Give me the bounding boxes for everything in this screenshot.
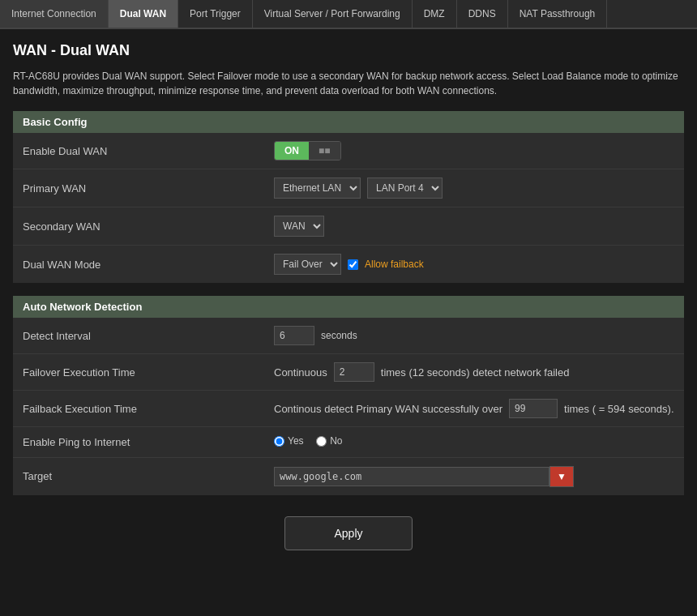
allow-failback-label: Allow failback [365,259,424,270]
dual-wan-mode-row: Dual WAN Mode Fail Over Allow failback [13,246,684,284]
tab-bar: Internet Connection Dual WAN Port Trigge… [0,0,697,29]
failover-times-input[interactable] [334,362,374,382]
failover-exec-value: Continuous times (12 seconds) detect net… [264,354,684,391]
apply-section: Apply [13,508,684,567]
target-row: Target ▼ [13,457,684,495]
tab-nat-passthrough[interactable]: NAT Passthrough [508,0,608,28]
allow-failback-checkbox[interactable] [348,259,358,270]
failback-exec-value: Continous detect Primary WAN successfull… [264,391,684,427]
failover-desc: times (12 seconds) detect network failed [381,366,570,379]
detect-interval-input[interactable] [274,326,314,345]
secondary-wan-select[interactable]: WAN [274,216,324,237]
dual-wan-toggle[interactable]: ON ■■ [274,141,341,160]
failback-value-input[interactable] [509,399,558,418]
failback-exec-label: Failback Execution Time [13,391,264,427]
failback-exec-row: Failback Execution Time Continous detect… [13,391,684,427]
apply-button[interactable]: Apply [284,516,412,550]
ping-yes-option[interactable]: Yes [274,435,304,447]
ping-internet-row: Enable Ping to Internet Yes No [13,427,684,458]
primary-wan-type-select[interactable]: Ethernet LAN [274,178,361,199]
failover-continuous-label: Continuous [274,366,327,379]
toggle-on-label: ON [275,142,309,160]
ping-yes-radio[interactable] [274,436,284,447]
dual-wan-mode-label: Dual WAN Mode [13,246,264,284]
basic-config-table: Enable Dual WAN ON ■■ Primary WAN Ethern… [13,133,684,283]
main-content: WAN - Dual WAN RT-AC68U provides Dual WA… [0,29,697,580]
tab-dmz[interactable]: DMZ [413,0,457,28]
primary-wan-value: Ethernet LAN LAN Port 4 [264,169,684,207]
detect-interval-unit: seconds [321,330,357,341]
enable-dual-wan-label: Enable Dual WAN [13,133,264,169]
tab-port-trigger[interactable]: Port Trigger [178,0,253,28]
primary-wan-port-select[interactable]: LAN Port 4 [367,178,443,199]
target-dropdown-button[interactable]: ▼ [549,466,574,487]
ping-yes-label: Yes [288,435,304,447]
target-value: ▼ [264,457,684,495]
secondary-wan-value: WAN [264,207,684,246]
failback-desc-prefix: Continous detect Primary WAN successfull… [274,403,502,415]
basic-config-header: Basic Config [13,111,684,133]
auto-detection-table: Detect Interval seconds Failover Executi… [13,318,684,495]
secondary-wan-row: Secondary WAN WAN [13,207,684,246]
page-description: RT-AC68U provides Dual WAN support. Sele… [13,69,684,98]
toggle-off-label: ■■ [309,142,340,160]
primary-wan-label: Primary WAN [13,169,264,207]
detect-interval-row: Detect Interval seconds [13,318,684,354]
page-title: WAN - Dual WAN [13,42,684,59]
ping-internet-label: Enable Ping to Internet [13,427,264,458]
enable-dual-wan-value: ON ■■ [264,133,684,169]
target-label: Target [13,457,264,495]
dual-wan-mode-value: Fail Over Allow failback [264,246,684,284]
target-input[interactable] [274,467,549,486]
detect-interval-value: seconds [264,318,684,354]
ping-no-radio[interactable] [316,436,327,447]
secondary-wan-label: Secondary WAN [13,207,264,246]
dual-wan-mode-select[interactable]: Fail Over [274,254,341,275]
enable-dual-wan-row: Enable Dual WAN ON ■■ [13,133,684,169]
ping-internet-value: Yes No [264,427,684,458]
target-input-row: ▼ [274,466,674,487]
failover-exec-label: Failover Execution Time [13,354,264,391]
failover-exec-row: Failover Execution Time Continuous times… [13,354,684,391]
ping-no-option[interactable]: No [316,435,342,447]
tab-virtual-server[interactable]: Virtual Server / Port Forwarding [253,0,413,28]
ping-no-label: No [330,435,342,447]
auto-detection-header: Auto Network Detection [13,296,684,318]
detect-interval-label: Detect Interval [13,318,264,354]
failback-desc-suffix: times ( = 594 seconds). [564,403,673,415]
tab-ddns[interactable]: DDNS [457,0,508,28]
tab-dual-wan[interactable]: Dual WAN [109,0,178,28]
primary-wan-row: Primary WAN Ethernet LAN LAN Port 4 [13,169,684,207]
tab-internet-connection[interactable]: Internet Connection [0,0,109,28]
